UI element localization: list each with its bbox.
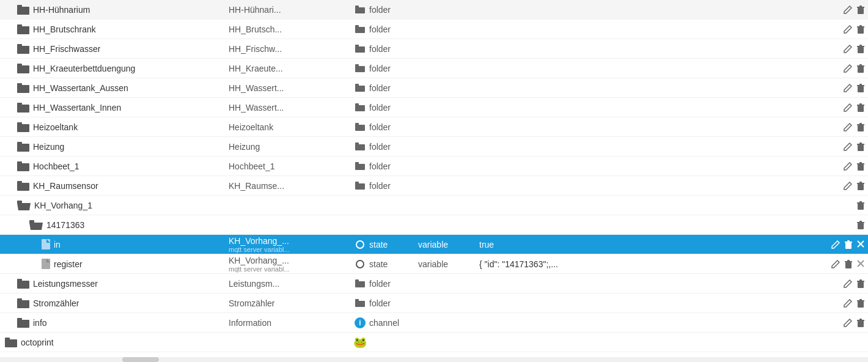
edit-button[interactable] xyxy=(842,63,853,74)
horizontal-scrollbar[interactable] xyxy=(0,357,868,362)
edit-button[interactable] xyxy=(842,180,853,191)
edit-button[interactable] xyxy=(842,4,853,15)
delete-button[interactable] xyxy=(856,24,866,35)
delete-button[interactable] xyxy=(856,220,866,231)
delete-button[interactable] xyxy=(856,141,866,152)
table-row[interactable]: HH_Wassertank_InnenHH_Wassert...folder xyxy=(0,98,868,117)
delete-button[interactable] xyxy=(856,43,866,54)
row-type-icon-cell xyxy=(351,25,369,33)
folder-icon xyxy=(17,5,29,15)
svg-point-86 xyxy=(356,260,364,268)
row-actions-cell xyxy=(817,83,866,94)
row-type-icon-cell xyxy=(351,84,369,92)
folder-open-icon xyxy=(17,201,31,210)
row-name-cell: Stromzähler xyxy=(2,298,229,308)
svg-rect-88 xyxy=(845,261,852,262)
svg-rect-26 xyxy=(857,65,864,67)
table-row[interactable]: Hochbeet_1Hochbeet_1folder xyxy=(0,157,868,176)
table-row[interactable]: octoprint🐸 xyxy=(0,333,868,352)
edit-button[interactable] xyxy=(842,83,853,94)
svg-rect-104 xyxy=(857,300,864,301)
table-row[interactable]: HeizoeltankHeizoeltankfolder xyxy=(0,117,868,137)
row-actions-cell xyxy=(817,298,866,309)
delete-button[interactable] xyxy=(856,317,866,328)
edit-button[interactable] xyxy=(830,239,841,250)
svg-rect-68 xyxy=(857,183,864,184)
delete-button[interactable] xyxy=(844,259,853,270)
edit-button[interactable] xyxy=(842,317,853,328)
svg-rect-48 xyxy=(858,125,864,131)
scrollbar-thumb[interactable] xyxy=(122,357,159,362)
edit-button[interactable] xyxy=(842,278,853,289)
row-name-label: in xyxy=(54,240,61,249)
delete-button[interactable] xyxy=(856,161,866,172)
row-actions-cell xyxy=(817,278,866,289)
table-row[interactable]: HH_FrischwasserHH_Frischw...folder xyxy=(0,39,868,59)
close-button[interactable] xyxy=(856,258,866,270)
table-row[interactable]: KH_RaumsensorKH_Raumse...folder xyxy=(0,176,868,196)
svg-rect-29 xyxy=(17,85,29,93)
edit-button[interactable] xyxy=(842,122,853,133)
table-row[interactable]: 14171363 xyxy=(0,215,868,235)
row-path-cell: Leistungsm... xyxy=(229,279,351,289)
row-type-label: state xyxy=(369,240,418,249)
edit-button[interactable] xyxy=(842,43,853,54)
row-name-cell: HH_Wassertank_Innen xyxy=(2,103,229,113)
edit-button[interactable] xyxy=(842,141,853,152)
table-row[interactable]: registerKH_Vorhang_...mqtt server variab… xyxy=(0,254,868,274)
svg-rect-3 xyxy=(355,7,365,13)
folder-icon xyxy=(17,44,29,54)
delete-button[interactable] xyxy=(856,4,866,15)
table-row[interactable]: HH-HühnariumHH-Hühnari...folder xyxy=(0,0,868,20)
row-value-cell: true xyxy=(479,240,817,249)
row-name-cell: KH_Raumsensor xyxy=(2,181,229,191)
row-type-icon-cell xyxy=(351,162,369,170)
svg-rect-5 xyxy=(857,7,864,8)
table-row[interactable]: HH_BrutschrankHH_Brutsch...folder xyxy=(0,20,868,39)
row-type-label: folder xyxy=(369,122,418,132)
svg-rect-27 xyxy=(858,67,864,73)
delete-button[interactable] xyxy=(844,239,853,250)
delete-button[interactable] xyxy=(856,200,866,211)
edit-button[interactable] xyxy=(842,161,853,172)
row-name-label: HH_Brutschrank xyxy=(33,24,96,34)
row-path-cell: HH-Hühnari... xyxy=(229,5,351,15)
row-path-cell: HH_Wassert... xyxy=(229,103,351,113)
edit-button[interactable] xyxy=(842,102,853,113)
close-button[interactable] xyxy=(856,238,866,251)
table-row[interactable]: KH_Vorhang_1 xyxy=(0,196,868,215)
folder-icon xyxy=(17,64,29,73)
svg-rect-1 xyxy=(17,7,29,15)
row-name-cell: info xyxy=(2,318,229,328)
svg-rect-34 xyxy=(858,86,864,92)
delete-button[interactable] xyxy=(856,63,866,74)
folder-icon xyxy=(17,103,29,113)
delete-button[interactable] xyxy=(856,298,866,309)
row-actions-cell xyxy=(817,180,866,191)
table-row[interactable]: HH_Wassertank_AussenHH_Wassert...folder xyxy=(0,78,868,98)
delete-button[interactable] xyxy=(856,102,866,113)
table-row[interactable]: inKH_Vorhang_...mqtt server variabl...st… xyxy=(0,235,868,254)
row-actions-cell xyxy=(817,43,866,54)
svg-rect-57 xyxy=(17,163,29,171)
edit-button[interactable] xyxy=(842,24,853,35)
delete-button[interactable] xyxy=(856,180,866,191)
row-name-cell: HH-Hühnarium xyxy=(2,5,229,15)
row-type-icon-cell xyxy=(351,123,369,131)
svg-rect-19 xyxy=(857,46,864,47)
svg-rect-95 xyxy=(355,281,365,287)
table-row[interactable]: HH_KraeuterbettduengungHH_Kraeute...fold… xyxy=(0,59,868,78)
edit-button[interactable] xyxy=(830,259,841,270)
edit-button[interactable] xyxy=(842,298,853,309)
table-row[interactable]: LeistungsmesserLeistungsm...folder xyxy=(0,274,868,294)
table-row[interactable]: infoInformationichannel xyxy=(0,313,868,333)
row-name-cell: HH_Frischwasser xyxy=(2,44,229,54)
row-type-label: folder xyxy=(369,83,418,93)
row-actions-cell xyxy=(817,141,866,152)
table-row[interactable]: StromzählerStromzählerfolder xyxy=(0,294,868,313)
row-type-icon-cell xyxy=(351,182,369,190)
delete-button[interactable] xyxy=(856,83,866,94)
delete-button[interactable] xyxy=(856,278,866,289)
delete-button[interactable] xyxy=(856,122,866,133)
table-row[interactable]: HeizungHeizungfolder xyxy=(0,137,868,157)
